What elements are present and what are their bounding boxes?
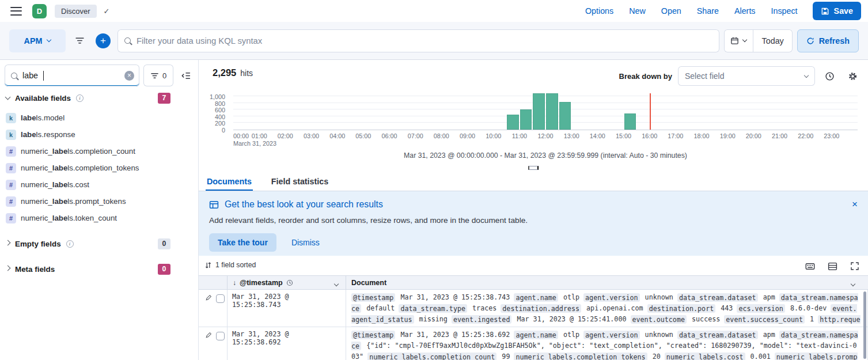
- grid-toolbar: 1 field sorted: [199, 259, 868, 274]
- histogram-bar[interactable]: [624, 113, 636, 130]
- add-filter-button[interactable]: [96, 33, 111, 48]
- control-column-header: [199, 276, 228, 289]
- available-fields-header[interactable]: Available fields 7: [0, 91, 198, 105]
- main-content: 2,295 hits Break down by Select field 02…: [199, 60, 868, 360]
- x-axis-label: 10:00: [486, 132, 501, 139]
- x-axis-label: 11:00: [512, 132, 527, 139]
- timestamp-cell[interactable]: Mar 31, 2023 @ 15:25:38.692: [228, 327, 346, 360]
- save-button[interactable]: Save: [813, 2, 861, 20]
- timestamp-column-menu-button[interactable]: [332, 279, 340, 287]
- x-axis-label: 04:00: [329, 132, 345, 139]
- field-item[interactable]: #numeric_labels.cost: [0, 176, 198, 193]
- select-row-checkbox[interactable]: [216, 332, 225, 340]
- select-row-checkbox[interactable]: [216, 294, 225, 303]
- row-density-button[interactable]: [827, 261, 837, 271]
- tab-documents[interactable]: Documents: [206, 173, 253, 191]
- field-filter-button[interactable]: 0: [143, 65, 173, 86]
- field-item[interactable]: #numeric_labels.prompt_tokens: [0, 193, 198, 210]
- data-view-picker[interactable]: APM: [9, 29, 66, 52]
- histogram-bar[interactable]: [546, 93, 558, 130]
- x-axis-label: 12:00: [537, 132, 553, 139]
- nav-link-alerts[interactable]: Alerts: [734, 6, 756, 16]
- nav-link-options[interactable]: Options: [585, 6, 613, 16]
- histogram-bar[interactable]: [559, 102, 571, 130]
- filter-icon: [75, 36, 85, 46]
- number-field-icon: #: [6, 213, 16, 223]
- gridline: [233, 96, 858, 96]
- doc-field-badge: event.success_count: [724, 315, 805, 324]
- hits-counter: 2,295 hits: [213, 67, 253, 78]
- table-row: Mar 31, 2023 @ 15:25:38.743@timestamp Ma…: [199, 290, 868, 327]
- clear-search-button[interactable]: [124, 71, 134, 81]
- keyboard-shortcuts-button[interactable]: [805, 261, 815, 271]
- x-axis-label: 20:00: [746, 132, 761, 139]
- collapse-fields-panel-button[interactable]: [179, 69, 192, 82]
- header-nav: OptionsNewOpenShareAlertsInspect: [585, 6, 798, 16]
- timestamp-column-header[interactable]: @timestamp: [228, 276, 346, 289]
- x-axis-label: 16:00: [642, 132, 657, 139]
- time-range-label[interactable]: Today: [753, 29, 793, 52]
- vertical-scrollbar[interactable]: [863, 291, 866, 359]
- sorted-fields-button[interactable]: 1 field sorted: [205, 261, 256, 269]
- field-item[interactable]: #numeric_labels.completion_tokens: [0, 160, 198, 176]
- nav-link-open[interactable]: Open: [661, 6, 681, 16]
- doc-field-badge: @timestamp: [351, 331, 395, 339]
- field-search-input[interactable]: labe: [5, 65, 139, 86]
- document-cell[interactable]: @timestamp Mar 31, 2023 @ 15:25:38.743 a…: [346, 290, 868, 327]
- meta-fields-header[interactable]: Meta fields 0: [0, 262, 198, 276]
- grid-header: @timestamp Document: [199, 275, 868, 290]
- take-tour-button[interactable]: Take the tour: [209, 233, 276, 252]
- dismiss-button[interactable]: Dismiss: [291, 238, 320, 247]
- date-picker-group: Today: [724, 29, 793, 52]
- histogram-bar[interactable]: [507, 115, 519, 130]
- fullscreen-button[interactable]: [850, 261, 860, 271]
- refresh-button[interactable]: Refresh: [797, 29, 859, 52]
- breakdown-select[interactable]: Select field: [678, 66, 815, 86]
- search-icon: [124, 37, 131, 44]
- field-item[interactable]: #numeric_labels.token_count: [0, 210, 198, 226]
- x-axis-label: 21:00: [772, 132, 787, 139]
- tour-callout: Get the best look at your search results…: [199, 191, 868, 256]
- history-button[interactable]: [821, 67, 838, 85]
- nav-link-new[interactable]: New: [629, 6, 646, 16]
- histogram-bar[interactable]: [520, 109, 532, 130]
- doc-field-badge: numeric_labels.completion_tokens: [514, 353, 647, 360]
- timestamp-cell[interactable]: Mar 31, 2023 @ 15:25:38.743: [228, 290, 346, 327]
- histogram-bar[interactable]: [533, 93, 545, 130]
- x-axis-label: 17:00: [668, 132, 683, 139]
- document-column-menu-button[interactable]: [849, 279, 857, 287]
- field-item[interactable]: klabels.model: [0, 109, 198, 126]
- x-axis-label: 00:00: [233, 132, 249, 139]
- main-menu-button[interactable]: [10, 7, 22, 16]
- search-icon: [11, 73, 17, 79]
- y-axis-label: 200: [215, 120, 225, 127]
- document-column-header[interactable]: Document: [346, 276, 868, 289]
- field-item[interactable]: #numeric_labels.completion_count: [0, 143, 198, 160]
- x-axis-date-label: March 31, 2023: [233, 140, 276, 147]
- kql-query-bar: [117, 29, 719, 52]
- callout-title: Get the best look at your search results: [225, 199, 383, 210]
- chart-options-button[interactable]: [844, 67, 861, 85]
- document-cell[interactable]: @timestamp Mar 31, 2023 @ 15:25:38.692 a…: [346, 327, 868, 360]
- nav-link-share[interactable]: Share: [697, 6, 719, 16]
- close-callout-button[interactable]: [850, 199, 860, 210]
- saved-query-menu-button[interactable]: [70, 29, 89, 52]
- number-field-icon: #: [6, 180, 16, 190]
- field-name: numeric_labels.completion_count: [21, 147, 135, 156]
- check-icon: [104, 7, 110, 16]
- tab-field-statistics[interactable]: Field statistics: [270, 173, 329, 191]
- x-axis-label: 15:00: [616, 132, 631, 139]
- expand-document-button[interactable]: [204, 294, 212, 302]
- empty-fields-header[interactable]: Empty fields 0: [0, 237, 198, 251]
- calendar-dropdown-button[interactable]: [724, 29, 753, 52]
- breadcrumb[interactable]: Discover: [55, 5, 97, 18]
- expand-document-button[interactable]: [204, 332, 212, 339]
- nav-link-inspect[interactable]: Inspect: [771, 6, 798, 16]
- x-axis-label: 13:00: [564, 132, 579, 139]
- chart-resize-handle[interactable]: [528, 166, 539, 170]
- current-time-marker: [650, 93, 651, 130]
- doc-field-badge: destination.port: [647, 304, 716, 313]
- space-avatar[interactable]: D: [32, 4, 47, 18]
- kql-search-input[interactable]: [137, 36, 712, 46]
- field-item[interactable]: klabels.response: [0, 126, 198, 143]
